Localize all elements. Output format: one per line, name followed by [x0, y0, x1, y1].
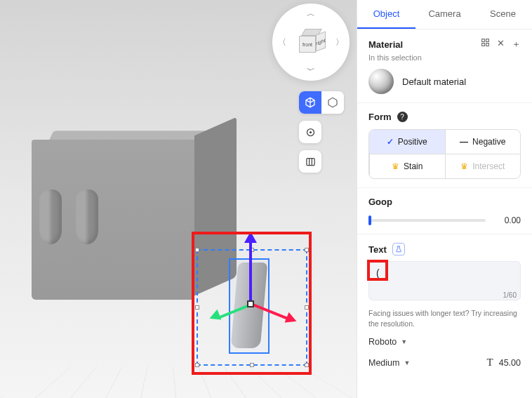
render-wire-button[interactable] [321, 91, 344, 114]
render-mode-group [299, 91, 344, 114]
font-family-dropdown[interactable]: Roboto▼ [368, 337, 407, 347]
gizmo-y-arrowhead [244, 232, 257, 243]
resize-handle[interactable] [250, 363, 254, 367]
resize-handle[interactable] [195, 248, 199, 252]
properties-panel: Object Camera Scene Material ✕ ＋ In this… [357, 0, 532, 398]
goop-title: Goop [368, 197, 521, 207]
resize-handle[interactable] [195, 305, 199, 310]
target-icon [305, 127, 316, 138]
viewport-toolbar [299, 91, 344, 173]
crown-icon: ♛ [460, 161, 468, 171]
material-add-icon[interactable]: ＋ [512, 38, 521, 51]
form-stain[interactable]: ♛Stain [369, 154, 445, 178]
material-name: Default material [402, 77, 466, 87]
beta-flask-icon[interactable] [392, 243, 405, 256]
form-section: Form ? ✓Positive —Negative ♛Stain ♛Inter… [357, 103, 532, 188]
gizmo-origin[interactable] [247, 300, 254, 307]
text-input[interactable] [368, 261, 521, 300]
resize-handle[interactable] [305, 248, 309, 252]
text-title: Text [368, 244, 387, 255]
text-hint: Facing issues with longer text? Try incr… [368, 308, 521, 329]
layout-button[interactable] [299, 150, 321, 173]
viewcube-left[interactable]: 〈 [278, 37, 286, 48]
grid-panel-icon [305, 157, 316, 167]
material-unlink-icon[interactable]: ✕ [497, 38, 505, 51]
form-title: Form [368, 112, 392, 122]
goop-slider[interactable] [368, 219, 486, 222]
tab-object[interactable]: Object [357, 0, 415, 29]
viewcube-right[interactable]: 〉 [335, 37, 344, 48]
chevron-down-icon: ▼ [401, 338, 407, 345]
goop-section: Goop 0.00 [357, 188, 532, 234]
form-intersect[interactable]: ♛Intersect [445, 154, 521, 178]
viewcube-up[interactable]: ︿ [307, 8, 315, 20]
cube-wire-icon [327, 97, 338, 108]
form-positive[interactable]: ✓Positive [369, 130, 445, 154]
minus-icon: — [460, 137, 468, 147]
svg-point-1 [310, 131, 311, 133]
check-icon: ✓ [387, 137, 394, 147]
svg-rect-2 [306, 158, 314, 165]
cube-protrusion-2 [76, 190, 98, 244]
svg-rect-3 [482, 39, 485, 42]
resize-handle[interactable] [195, 363, 199, 367]
render-shaded-button[interactable] [299, 91, 321, 114]
resize-handle[interactable] [305, 363, 309, 367]
cube-protrusion-1 [39, 190, 62, 244]
material-subtitle: In this selection [368, 53, 521, 62]
form-negative[interactable]: —Negative [445, 130, 521, 154]
chevron-down-icon: ▼ [404, 359, 410, 366]
floor-grid [0, 366, 357, 398]
viewcube-widget[interactable]: ︿ ﹀ 〈 〉 front right [272, 4, 350, 81]
viewcube-cube[interactable]: front right [298, 29, 324, 55]
text-size-icon: T [487, 357, 493, 369]
material-title: Material [368, 39, 403, 50]
font-size-value: 45.00 [499, 358, 521, 368]
svg-rect-5 [482, 44, 485, 46]
material-section: Material ✕ ＋ In this selection Default m… [357, 29, 532, 103]
viewcube-down[interactable]: ﹀ [307, 65, 315, 77]
font-size-field[interactable]: T 45.00 [487, 357, 521, 369]
svg-rect-4 [486, 39, 489, 42]
cube-solid-icon [305, 97, 316, 108]
text-section: Text 1/60 Facing issues with longer text… [357, 234, 532, 377]
form-options: ✓Positive —Negative ♛Stain ♛Intersect [368, 129, 521, 179]
material-grid-icon[interactable] [481, 38, 490, 51]
svg-rect-6 [486, 44, 489, 46]
font-weight-dropdown[interactable]: Medium▼ [368, 358, 410, 368]
focus-button[interactable] [299, 121, 321, 143]
tab-camera[interactable]: Camera [415, 0, 474, 29]
goop-slider-thumb[interactable] [368, 215, 371, 225]
viewport-3d[interactable]: ︿ ﹀ 〈 〉 front right [0, 0, 357, 398]
material-preview-sphere [368, 69, 394, 94]
resize-handle[interactable] [305, 305, 309, 310]
tab-scene[interactable]: Scene [474, 0, 532, 29]
help-icon[interactable]: ? [397, 112, 408, 122]
gizmo-y-axis[interactable] [249, 239, 252, 303]
material-item[interactable]: Default material [368, 69, 521, 94]
text-char-count: 1/60 [503, 291, 517, 299]
crown-icon: ♛ [392, 161, 399, 171]
goop-value: 0.00 [493, 215, 521, 225]
panel-tabs: Object Camera Scene [357, 0, 532, 29]
